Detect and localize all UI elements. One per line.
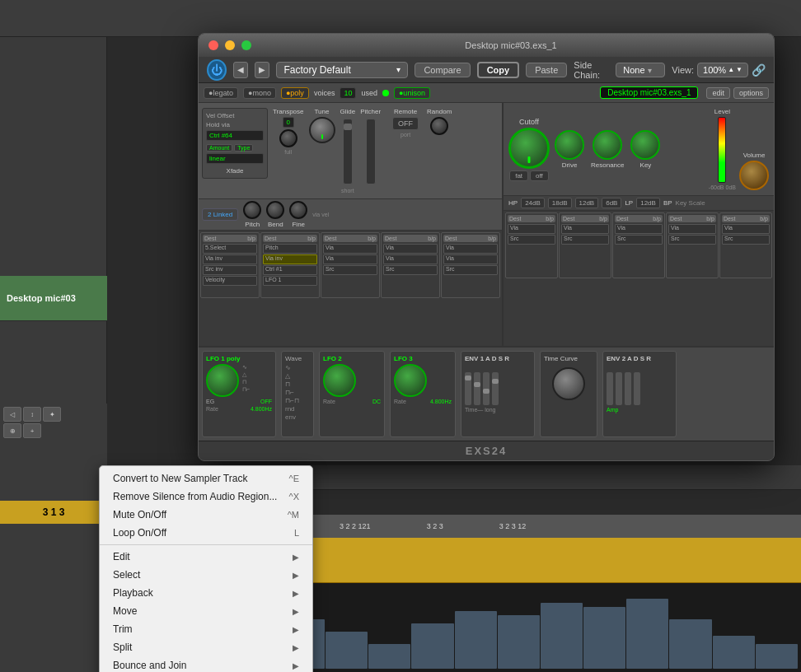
transpose-value[interactable]: 0 (283, 117, 294, 128)
mod-via-r5[interactable]: Via (722, 224, 770, 234)
wave-opt-4[interactable]: ⊓⌐ (285, 389, 310, 396)
menu-item-trim[interactable]: Trim ▶ (100, 620, 312, 638)
unison-mode[interactable]: ●unison (394, 87, 430, 99)
env2-r-slider[interactable] (634, 372, 640, 405)
lfo1-wave-4[interactable]: ⊓⌐ (242, 386, 250, 393)
tool-btn-5[interactable]: + (23, 423, 41, 438)
mod-dest-5[interactable]: Via (443, 244, 498, 254)
poly-mode[interactable]: ●poly (281, 87, 309, 99)
menu-item-move[interactable]: Move ▶ (100, 602, 312, 620)
mod-via-r4[interactable]: Via (668, 224, 716, 234)
window-max-btn[interactable] (241, 40, 251, 50)
lfo2-rate-knob[interactable] (323, 364, 356, 397)
menu-item-convert-sampler[interactable]: Convert to New Sampler Track ^E (100, 469, 312, 488)
mod-via-r3[interactable]: Via (615, 224, 663, 234)
cutoff-knob[interactable] (508, 128, 550, 169)
wave-opt-7[interactable]: env (285, 413, 310, 421)
lfo3-rate-knob[interactable] (394, 364, 427, 397)
mod-src-4[interactable]: Src (383, 265, 438, 275)
pitcher-slider[interactable] (366, 119, 376, 184)
edit-btn[interactable]: edit (706, 87, 730, 99)
key-knob[interactable] (630, 130, 660, 160)
link-icon[interactable]: 🔗 (752, 63, 766, 77)
drive-knob[interactable] (555, 130, 584, 160)
time-curve-knob[interactable] (552, 367, 585, 400)
tune-knob[interactable] (309, 117, 335, 143)
view-stepper-down[interactable]: ▼ (736, 66, 742, 73)
mod-via-5[interactable]: Via (443, 254, 498, 264)
tool-btn-1[interactable]: ◁ (3, 407, 21, 422)
view-stepper-up[interactable]: ▲ (728, 66, 734, 73)
mod-src-3[interactable]: Src (323, 265, 377, 275)
mod-src-r1[interactable]: Src (508, 235, 555, 245)
menu-item-bounce-join[interactable]: Bounce and Join ▶ (100, 656, 312, 672)
remote-value[interactable]: OFF (392, 117, 419, 130)
18db-btn[interactable]: 18dB (548, 198, 572, 208)
wave-opt-1[interactable]: ∿ (285, 364, 310, 371)
mod-src-1[interactable]: Src inv (203, 265, 257, 275)
pitch-knob[interactable] (243, 201, 261, 219)
12db-btn[interactable]: 12dB (575, 198, 599, 208)
copy-btn[interactable]: Copy (477, 62, 520, 78)
menu-item-edit[interactable]: Edit ▶ (100, 548, 312, 566)
prev-preset-btn[interactable]: ◀ (233, 62, 248, 78)
legato-mode[interactable]: ●legato (204, 87, 238, 99)
env1-a-slider[interactable] (465, 372, 471, 405)
resonance-knob[interactable] (593, 130, 622, 160)
mod-dest-3[interactable]: Via (323, 244, 377, 254)
env2-s-slider[interactable] (625, 372, 631, 405)
mod-src-r5[interactable]: Src (722, 235, 770, 245)
wave-opt-6[interactable]: rnd (285, 405, 310, 413)
track-item[interactable]: Desktop mic#03 (0, 276, 107, 321)
mod-via-3[interactable]: Via (323, 254, 377, 264)
menu-item-select[interactable]: Select ▶ (100, 566, 312, 584)
tool-btn-4[interactable]: ⊕ (3, 423, 21, 438)
view-selector[interactable]: 100% ▲ ▼ (697, 63, 748, 77)
menu-item-playback[interactable]: Playback ▶ (100, 584, 312, 602)
env1-r-slider[interactable] (492, 372, 499, 405)
mod-via-4[interactable]: Via (383, 254, 438, 264)
mod-src-r4[interactable]: Src (668, 235, 716, 245)
mod-src-val-1[interactable]: Velocity (203, 276, 257, 286)
sidechain-select[interactable]: None ▾ (616, 63, 665, 77)
mod-src-5[interactable]: Src (443, 265, 498, 275)
lfo1-wave-1[interactable]: ∿ (242, 364, 250, 371)
menu-item-loop[interactable]: Loop On/Off L (100, 524, 312, 542)
mono-mode[interactable]: ●mono (243, 87, 276, 99)
env1-s-slider[interactable] (483, 372, 490, 405)
mod-via-2[interactable]: Via inv (263, 254, 317, 264)
env2-d-slider[interactable] (616, 372, 622, 405)
mod-via-1[interactable]: Via inv (203, 254, 257, 264)
mod-dest-4[interactable]: Via (383, 244, 438, 254)
env1-d-slider[interactable] (474, 372, 480, 405)
mod-dest-1[interactable]: 5.Select (203, 244, 257, 254)
lfo1-rate-knob[interactable] (206, 364, 239, 397)
6db-btn[interactable]: 6dB (602, 198, 621, 208)
env2-a-slider[interactable] (607, 372, 613, 405)
tool-btn-3[interactable]: ✦ (43, 407, 61, 422)
bend-knob[interactable] (266, 201, 284, 219)
window-close-btn[interactable] (208, 40, 218, 50)
mod-via-r1[interactable]: Via (508, 224, 555, 234)
wave-opt-5[interactable]: ⊓⌐⊓ (285, 397, 310, 404)
power-button[interactable]: ⏻ (207, 59, 227, 81)
window-min-btn[interactable] (225, 40, 235, 50)
lfo1-wave-2[interactable]: △ (242, 371, 250, 378)
mod-src-r3[interactable]: Src (615, 235, 663, 245)
hold-via-value[interactable]: Ctrl #64 (206, 130, 264, 141)
wave-opt-2[interactable]: △ (285, 372, 310, 380)
menu-item-mute[interactable]: Mute On/Off ^M (100, 506, 312, 524)
mod-src-r2[interactable]: Src (561, 235, 609, 245)
fine-knob[interactable] (289, 201, 307, 219)
mod-dest-2[interactable]: Pitch (263, 244, 317, 254)
compare-btn[interactable]: Compare (415, 63, 470, 77)
fat-btn[interactable]: fat (509, 170, 528, 181)
mod-ctrl-2[interactable]: Ctrl #1 (263, 265, 317, 275)
volume-knob[interactable] (739, 161, 769, 190)
mod-src-2[interactable]: LFO 1 (263, 276, 317, 286)
off-btn[interactable]: off (530, 170, 549, 181)
glide-slider[interactable] (343, 119, 353, 184)
options-btn[interactable]: options (733, 87, 769, 99)
transpose-knob[interactable] (279, 129, 297, 147)
mod-via-r2[interactable]: Via (561, 224, 609, 234)
